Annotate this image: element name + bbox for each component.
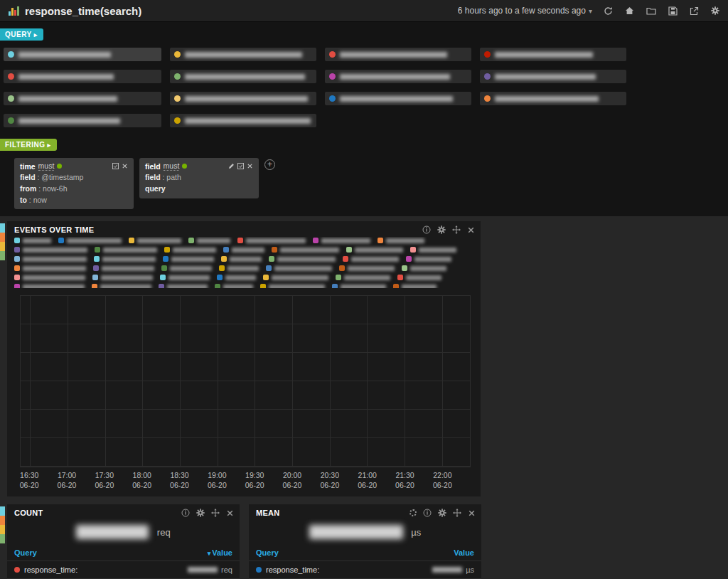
legend-item-24[interactable] xyxy=(219,265,259,271)
legend-item-3[interactable] xyxy=(188,238,230,243)
legend-item-39[interactable] xyxy=(260,284,325,288)
legend-item-20[interactable] xyxy=(406,256,451,262)
query-pill-6[interactable] xyxy=(325,70,471,83)
add-filter-button[interactable]: + xyxy=(264,159,275,170)
info-icon[interactable] xyxy=(423,509,432,517)
legend-item-28[interactable] xyxy=(14,275,85,280)
legend-item-33[interactable] xyxy=(336,275,390,280)
query-pill-4[interactable] xyxy=(4,70,161,83)
table-row-0[interactable]: response_time:req xyxy=(7,561,240,578)
query-pill-13[interactable] xyxy=(170,114,316,127)
row-tab[interactable] xyxy=(0,251,5,260)
legend-item-22[interactable] xyxy=(93,265,154,271)
row-tab[interactable] xyxy=(0,233,5,242)
query-color-dot[interactable] xyxy=(484,95,491,102)
query-color-dot[interactable] xyxy=(8,51,14,58)
legend-item-17[interactable] xyxy=(221,256,262,262)
query-color-dot[interactable] xyxy=(174,95,181,102)
query-color-dot[interactable] xyxy=(329,73,336,80)
legend-item-1[interactable] xyxy=(58,238,122,243)
legend-item-31[interactable] xyxy=(217,275,256,280)
legend-item-4[interactable] xyxy=(237,238,306,243)
gear-icon[interactable] xyxy=(438,509,446,517)
query-color-dot[interactable] xyxy=(8,73,14,80)
legend-item-11[interactable] xyxy=(272,247,339,253)
legend-item-14[interactable] xyxy=(14,256,87,262)
filter-status-dot[interactable] xyxy=(182,164,187,169)
query-color-dot[interactable] xyxy=(174,117,181,124)
row-tab[interactable] xyxy=(0,242,5,251)
save-icon[interactable] xyxy=(668,6,678,16)
filter-status-dot[interactable] xyxy=(57,164,62,169)
legend-item-18[interactable] xyxy=(269,256,336,262)
info-icon[interactable] xyxy=(422,225,431,234)
filtering-toggle-button[interactable]: FILTERING▸ xyxy=(0,139,57,151)
legend-item-6[interactable] xyxy=(378,238,424,243)
settings-icon[interactable] xyxy=(711,6,719,15)
close-icon[interactable] xyxy=(226,509,234,517)
query-pill-9[interactable] xyxy=(170,92,316,105)
query-color-dot[interactable] xyxy=(174,73,181,80)
query-color-dot[interactable] xyxy=(174,51,181,58)
legend-item-9[interactable] xyxy=(164,247,216,253)
query-pill-10[interactable] xyxy=(325,92,471,105)
legend-item-35[interactable] xyxy=(14,284,85,288)
pencil-icon[interactable] xyxy=(228,163,235,169)
folder-open-icon[interactable] xyxy=(646,6,656,15)
legend-item-38[interactable] xyxy=(215,284,253,288)
move-icon[interactable] xyxy=(211,509,220,517)
legend-item-8[interactable] xyxy=(95,247,157,253)
legend-item-0[interactable] xyxy=(14,238,51,243)
legend-item-41[interactable] xyxy=(393,284,437,288)
legend-item-12[interactable] xyxy=(346,247,403,253)
legend-item-15[interactable] xyxy=(94,256,156,262)
close-icon[interactable] xyxy=(467,226,475,234)
legend-item-13[interactable] xyxy=(410,247,456,253)
legend-item-2[interactable] xyxy=(129,238,181,243)
legend-item-30[interactable] xyxy=(160,275,210,280)
query-color-dot[interactable] xyxy=(484,73,491,80)
gear-icon[interactable] xyxy=(437,225,446,234)
info-icon[interactable] xyxy=(181,509,190,517)
move-icon[interactable] xyxy=(453,509,461,517)
row-tab[interactable] xyxy=(0,534,5,543)
query-pill-11[interactable] xyxy=(480,92,626,105)
legend-item-27[interactable] xyxy=(402,265,446,271)
query-toggle-button[interactable]: QUERY▸ xyxy=(0,28,43,41)
value-column-header[interactable]: ▾Value xyxy=(208,548,232,557)
row-tab[interactable] xyxy=(0,506,5,516)
home-icon[interactable] xyxy=(625,6,634,15)
refresh-icon[interactable] xyxy=(604,6,613,16)
row-tab[interactable] xyxy=(0,223,5,233)
query-pill-0[interactable] xyxy=(4,48,161,61)
legend-item-7[interactable] xyxy=(14,247,87,253)
query-pill-5[interactable] xyxy=(170,70,316,83)
legend-item-19[interactable] xyxy=(343,256,399,262)
query-pill-1[interactable] xyxy=(170,48,316,61)
share-icon[interactable] xyxy=(690,6,699,16)
close-icon[interactable] xyxy=(468,509,476,517)
move-icon[interactable] xyxy=(452,225,461,234)
legend-item-10[interactable] xyxy=(223,247,264,253)
query-pill-3[interactable] xyxy=(480,48,626,61)
filter-mode[interactable]: must xyxy=(164,161,180,171)
check-square-icon[interactable] xyxy=(112,163,119,169)
legend-item-5[interactable] xyxy=(313,238,370,243)
gear-icon[interactable] xyxy=(196,509,205,517)
row-tab[interactable] xyxy=(0,516,5,525)
table-row-0[interactable]: response_time:µs xyxy=(249,561,481,578)
legend-item-16[interactable] xyxy=(163,256,214,262)
query-color-dot[interactable] xyxy=(329,95,336,102)
query-color-dot[interactable] xyxy=(8,117,14,124)
x-icon[interactable] xyxy=(247,163,253,169)
filter-mode[interactable]: must xyxy=(38,161,55,171)
row-tab[interactable] xyxy=(0,525,5,534)
legend-item-36[interactable] xyxy=(92,284,151,288)
query-color-dot[interactable] xyxy=(8,95,14,102)
legend-item-21[interactable] xyxy=(14,265,86,271)
legend-item-32[interactable] xyxy=(263,275,328,280)
legend-item-40[interactable] xyxy=(332,284,386,288)
legend-item-37[interactable] xyxy=(159,284,208,288)
query-color-dot[interactable] xyxy=(484,51,491,58)
timepicker-dropdown[interactable]: 6 hours ago to a few seconds ago▾ xyxy=(458,6,592,16)
